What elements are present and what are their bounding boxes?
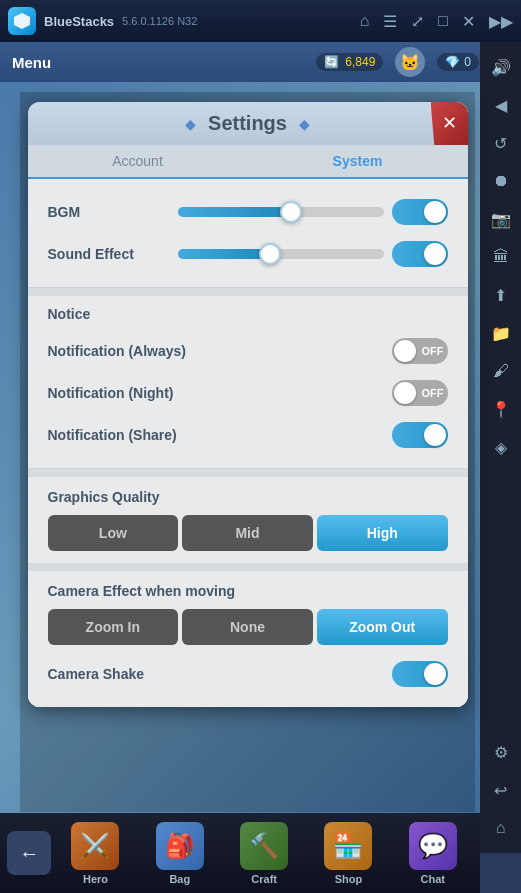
bgm-slider-fill <box>178 207 291 217</box>
notification-always-label: Notification (Always) <box>48 343 186 359</box>
app-name: BlueStacks <box>44 14 114 29</box>
layers-icon[interactable]: ◈ <box>484 430 518 464</box>
craft-icon: 🔨 <box>240 822 288 870</box>
tab-system[interactable]: System <box>248 145 468 179</box>
settings-icon[interactable]: ⚙ <box>484 735 518 769</box>
right-sidebar: 🔊 ◀ ↺ ⏺ 📷 🏛 ⬆ 📁 🖌 📍 ◈ ⚙ ↩ ⌂ <box>480 42 521 853</box>
bag-icon: 🎒 <box>156 822 204 870</box>
notification-night-row: Notification (Night) OFF <box>48 372 448 414</box>
notification-always-row: Notification (Always) OFF <box>48 330 448 372</box>
currency-value: 6,849 <box>345 55 375 69</box>
diamond-right-icon: ◆ <box>299 116 310 132</box>
resize-icon[interactable]: ⤢ <box>411 12 424 31</box>
brush-icon[interactable]: 🖌 <box>484 354 518 388</box>
nav-item-shop[interactable]: 🏪 Shop <box>308 822 388 885</box>
menu-bar: Menu 🔄 6,849 🐱 💎 0 + <box>0 42 521 82</box>
close-x-icon: ✕ <box>442 112 457 134</box>
home-sidebar-icon[interactable]: ⌂ <box>484 811 518 845</box>
nav-item-bag[interactable]: 🎒 Bag <box>140 822 220 885</box>
location-icon[interactable]: 📍 <box>484 392 518 426</box>
camera-shake-toggle[interactable]: ON <box>392 661 448 687</box>
menu-icon[interactable]: ☰ <box>383 12 397 31</box>
notification-always-control: OFF <box>186 338 448 364</box>
coin-icon: 🔄 <box>324 55 339 69</box>
notification-night-toggle[interactable]: OFF <box>392 380 448 406</box>
notification-night-knob <box>394 382 416 404</box>
rotate-icon[interactable]: ↺ <box>484 126 518 160</box>
gem-icon: 💎 <box>445 55 460 69</box>
notification-share-control: ON <box>178 422 448 448</box>
settings-modal: ◆ Settings ◆ ✕ Account System BGM <box>28 102 468 707</box>
nav-item-craft[interactable]: 🔨 Craft <box>224 822 304 885</box>
modal-title: Settings <box>208 112 287 135</box>
sound-effect-slider-thumb <box>259 243 281 265</box>
volume-icon[interactable]: 🔊 <box>484 50 518 84</box>
camera-shake-control: ON <box>178 661 448 687</box>
sound-effect-toggle-label: ON <box>425 248 442 260</box>
modal-body: BGM ON <box>28 179 468 707</box>
modal-header: ◆ Settings ◆ ✕ <box>28 102 468 145</box>
bgm-label: BGM <box>48 204 178 220</box>
sound-effect-slider-track <box>178 249 384 259</box>
camera-zoom-out-button[interactable]: Zoom Out <box>317 609 448 645</box>
svg-marker-0 <box>14 13 30 29</box>
diamond-left-icon: ◆ <box>185 116 196 132</box>
nav-item-hero[interactable]: ⚔️ Hero <box>55 822 135 885</box>
shop-icon: 🏪 <box>324 822 372 870</box>
tab-account[interactable]: Account <box>28 145 248 177</box>
menu-title: Menu <box>12 54 51 71</box>
notification-night-label: Notification (Night) <box>48 385 178 401</box>
top-bar: BlueStacks 5.6.0.1126 N32 ⌂ ☰ ⤢ □ ✕ ▶▶ <box>0 0 521 42</box>
nav-item-chat[interactable]: 💬 Chat <box>393 822 473 885</box>
notice-section: Notification (Always) OFF Notification (… <box>28 326 468 469</box>
notification-share-state: ON <box>425 429 442 441</box>
craft-label: Craft <box>251 873 277 885</box>
camera-zoom-in-button[interactable]: Zoom In <box>48 609 179 645</box>
camera-shake-label: Camera Shake <box>48 666 178 682</box>
bottom-nav: ← ⚔️ Hero 🎒 Bag 🔨 Craft 🏪 Shop 💬 Chat <box>0 813 480 893</box>
bgm-section: BGM ON <box>28 179 468 288</box>
sound-effect-slider[interactable] <box>178 244 384 264</box>
sound-effect-control: ON <box>178 241 448 267</box>
quality-mid-button[interactable]: Mid <box>182 515 313 551</box>
quality-low-button[interactable]: Low <box>48 515 179 551</box>
quality-buttons-group: Low Mid High <box>48 515 448 551</box>
camera-shake-row: Camera Shake ON <box>48 653 448 695</box>
back-icon: ← <box>19 842 39 865</box>
expand-icon[interactable]: ▶▶ <box>489 12 513 31</box>
notification-share-toggle[interactable]: ON <box>392 422 448 448</box>
settings-modal-overlay: ◆ Settings ◆ ✕ Account System BGM <box>20 92 475 812</box>
building-icon[interactable]: 🏛 <box>484 240 518 274</box>
bag-label: Bag <box>169 873 190 885</box>
camera-icon[interactable]: 📷 <box>484 202 518 236</box>
bgm-toggle[interactable]: ON <box>392 199 448 225</box>
arrow-icon[interactable]: ◀ <box>484 88 518 122</box>
sound-effect-row: Sound Effect ON <box>48 233 448 275</box>
update-icon[interactable]: ⬆ <box>484 278 518 312</box>
divider-1 <box>28 288 468 296</box>
graphics-quality-title: Graphics Quality <box>48 489 448 505</box>
notification-always-knob <box>394 340 416 362</box>
graphics-quality-section: Graphics Quality Low Mid High <box>28 477 468 563</box>
bgm-row: BGM ON <box>48 191 448 233</box>
back-button[interactable]: ← <box>7 831 51 875</box>
quality-high-button[interactable]: High <box>317 515 448 551</box>
bgm-slider[interactable] <box>178 202 384 222</box>
notification-night-state: OFF <box>422 387 444 399</box>
notification-always-toggle[interactable]: OFF <box>392 338 448 364</box>
notification-share-label: Notification (Share) <box>48 427 178 443</box>
settings-tabs: Account System <box>28 145 468 179</box>
close-icon[interactable]: ✕ <box>462 12 475 31</box>
camera-none-button[interactable]: None <box>182 609 313 645</box>
folder-icon[interactable]: 📁 <box>484 316 518 350</box>
back-sidebar-icon[interactable]: ↩ <box>484 773 518 807</box>
camera-title: Camera Effect when moving <box>48 583 448 599</box>
record-icon[interactable]: ⏺ <box>484 164 518 198</box>
chat-icon: 💬 <box>409 822 457 870</box>
maximize-icon[interactable]: □ <box>438 12 448 30</box>
modal-close-button[interactable]: ✕ <box>431 102 468 145</box>
notification-night-control: OFF <box>178 380 448 406</box>
home-icon[interactable]: ⌂ <box>360 12 370 30</box>
sound-effect-toggle[interactable]: ON <box>392 241 448 267</box>
hero-icon: ⚔️ <box>71 822 119 870</box>
